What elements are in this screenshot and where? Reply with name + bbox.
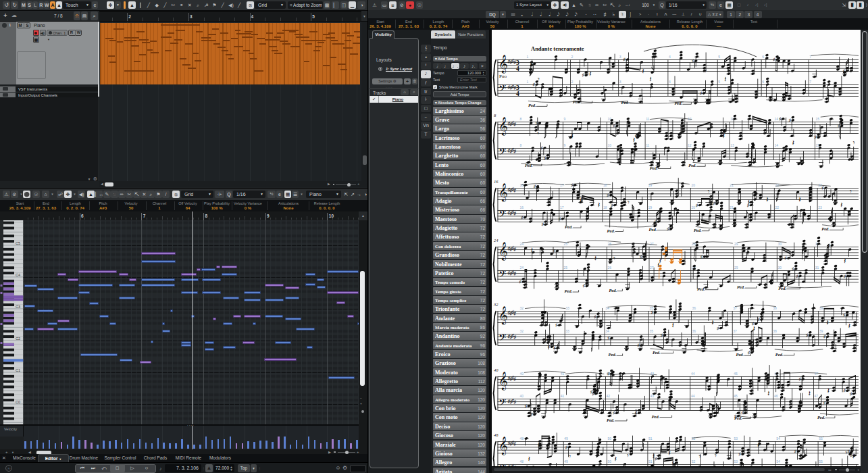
svg-text:4: 4 [669,55,671,59]
svg-text:50: 50 [608,437,612,441]
svg-text:48: 48 [520,437,524,441]
svg-text:Ped.: Ped. [649,227,657,232]
svg-text:Ped.: Ped. [653,350,661,355]
svg-text:♯: ♯ [613,410,615,415]
svg-text:38: 38 [773,306,777,310]
svg-text:23: 23 [818,205,822,209]
svg-text:♯: ♯ [739,451,741,456]
svg-text:Ped.: Ped. [607,418,615,422]
svg-text:30: 30 [777,242,782,246]
svg-text:♯: ♯ [844,388,846,393]
svg-text:♯: ♯ [717,326,719,330]
svg-text:𝄞: 𝄞 [499,306,508,325]
svg-text:♯: ♯ [542,222,544,226]
svg-text:Andante teneramente: Andante teneramente [531,45,584,52]
svg-text:45: 45 [734,394,738,398]
svg-text:♯: ♯ [672,460,674,465]
svg-text:♯: ♯ [773,57,775,61]
svg-text:♯: ♯ [513,310,516,316]
svg-text:♯: ♯ [513,399,516,405]
svg-text:20: 20 [691,183,695,187]
svg-text:43: 43 [650,372,654,376]
svg-text:Ped.: Ped. [609,288,617,293]
svg-text:♯: ♯ [843,312,845,317]
svg-text:8: 8 [520,143,522,147]
svg-text:♯: ♯ [525,403,527,408]
svg-text:𝄞: 𝄞 [499,183,508,202]
svg-text:22: 22 [775,205,779,209]
svg-text:♯: ♯ [838,123,840,128]
svg-text:𝄾: 𝄾 [537,129,539,137]
svg-text:𝄞: 𝄞 [499,117,508,136]
svg-text:26: 26 [608,266,612,270]
svg-text:♯: ♯ [613,123,615,128]
svg-text:48: 48 [494,432,499,437]
svg-text:12: 12 [688,143,692,147]
svg-text:44: 44 [691,372,695,376]
svg-text:27: 27 [650,266,654,270]
svg-text:♯: ♯ [513,121,516,127]
svg-text:13: 13 [730,143,734,147]
svg-text:♯: ♯ [822,185,824,190]
svg-text:55: 55 [819,437,823,441]
svg-text:𝄾: 𝄾 [705,67,707,75]
svg-text:Ped.: Ped. [694,228,702,232]
svg-text:𝄾: 𝄾 [708,187,710,195]
svg-text:♯: ♯ [815,134,817,139]
svg-text:𝄾: 𝄾 [846,449,848,457]
svg-text:Ped.: Ped. [652,414,660,419]
svg-text:Ped.: Ped. [817,415,825,420]
svg-text:♯: ♯ [844,274,846,278]
svg-text:33: 33 [565,306,569,310]
svg-text:17: 17 [560,205,564,209]
svg-text:3: 3 [619,80,621,84]
svg-text:♯: ♯ [843,68,845,73]
svg-text:18: 18 [603,205,607,209]
svg-text:♯: ♯ [592,391,594,396]
svg-text:Ped.: Ped. [778,286,786,291]
svg-text:20: 20 [691,205,695,209]
svg-text:♯: ♯ [607,193,609,197]
svg-text:𝄢: 𝄢 [499,397,507,410]
svg-text:52: 52 [692,459,696,464]
svg-text:4: 4 [669,80,671,84]
svg-text:Ped.: Ped. [528,103,536,107]
svg-text:♯: ♯ [534,184,536,189]
svg-text:♯: ♯ [696,203,698,207]
svg-text:15: 15 [816,117,820,121]
svg-text:♯: ♯ [779,116,781,121]
svg-text:♯: ♯ [594,314,596,319]
svg-text:♯: ♯ [635,410,637,415]
svg-text:♯: ♯ [700,254,703,259]
svg-text:♯: ♯ [513,334,516,340]
svg-text:8: 8 [520,117,522,121]
svg-text:♯: ♯ [544,155,546,160]
svg-text:51: 51 [648,437,653,441]
svg-text:♯: ♯ [513,148,516,154]
svg-text:♯: ♯ [548,344,550,349]
svg-text:21: 21 [730,183,734,187]
svg-text:4: 4 [516,66,519,72]
svg-text:♯: ♯ [559,216,561,221]
svg-text:♯: ♯ [565,445,567,449]
svg-text:♯: ♯ [742,410,744,415]
svg-text:𝄞: 𝄞 [499,55,508,74]
svg-text:𝄢: 𝄢 [499,209,507,222]
svg-text:𝄞: 𝄞 [499,372,508,391]
svg-text:25: 25 [564,242,568,246]
svg-text:37: 37 [733,329,737,333]
svg-text:9: 9 [564,143,566,147]
svg-text:10: 10 [608,143,612,147]
svg-text:Ped.: Ped. [736,352,744,357]
svg-text:Ped.: Ped. [674,101,682,105]
svg-text:♯: ♯ [519,279,521,284]
svg-text:♯: ♯ [513,441,516,447]
svg-text:49: 49 [564,459,568,464]
svg-text:♯: ♯ [530,412,532,416]
svg-text:♯: ♯ [513,210,516,216]
svg-text:Ped.: Ped. [688,163,696,168]
svg-text:♯: ♯ [582,72,584,77]
svg-text:♯: ♯ [513,246,516,252]
svg-text:53: 53 [734,459,738,464]
svg-text:16: 16 [494,179,499,184]
